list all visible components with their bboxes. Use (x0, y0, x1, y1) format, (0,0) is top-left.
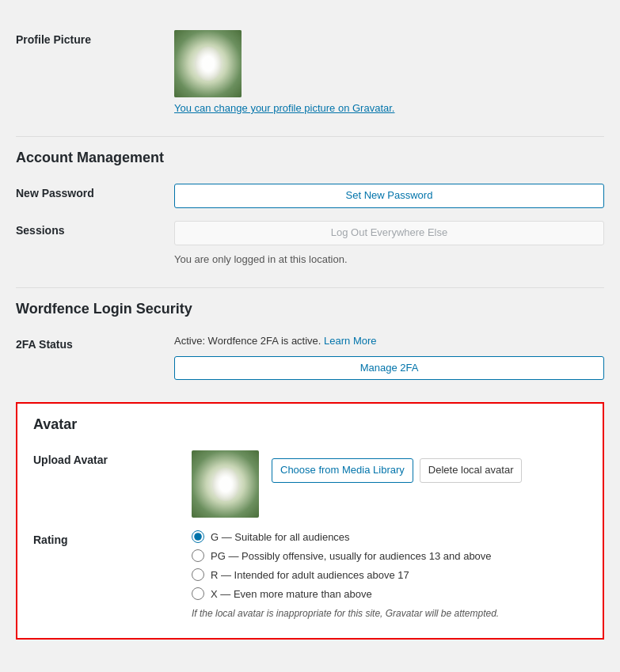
manage-2fa-button[interactable]: Manage 2FA (174, 356, 604, 381)
profile-picture-image (174, 30, 242, 97)
logout-everywhere-button[interactable]: Log Out Everywhere Else (174, 221, 604, 245)
avatar-action-buttons: Choose from Media Library Delete local a… (272, 450, 522, 483)
page-container: Profile Picture You can change your prof… (0, 16, 620, 640)
rating-g-label: G — Suitable for all audiences (211, 531, 350, 543)
new-password-content: Set New Password (174, 184, 604, 208)
rating-options: G — Suitable for all audiences PG — Poss… (192, 530, 587, 600)
twofa-row: 2FA Status Active: Wordfence 2FA is acti… (16, 328, 604, 387)
dandelion-image (174, 30, 242, 97)
rating-r-label: R — Intended for adult audiences above 1… (211, 569, 409, 581)
rating-g-radio[interactable] (192, 530, 204, 543)
rating-r-radio[interactable] (192, 568, 204, 581)
rating-pg-item: PG — Possibly offensive, usually for aud… (192, 549, 587, 562)
profile-picture-row: Profile Picture You can change your prof… (16, 24, 604, 120)
upload-avatar-content: Choose from Media Library Delete local a… (192, 450, 587, 518)
rating-note: If the local avatar is inappropriate for… (192, 608, 587, 619)
set-new-password-button[interactable]: Set New Password (174, 184, 604, 208)
sessions-row: Sessions Log Out Everywhere Else You are… (16, 215, 604, 271)
sessions-content: Log Out Everywhere Else You are only log… (174, 221, 604, 265)
rating-label: Rating (33, 530, 176, 546)
avatar-title: Avatar (33, 416, 587, 433)
avatar-dandelion-image (192, 450, 259, 518)
avatar-buttons-row: Choose from Media Library Delete local a… (272, 458, 522, 483)
account-management-title: Account Management (16, 136, 604, 166)
sessions-note: You are only logged in at this location. (174, 253, 604, 265)
upload-avatar-row: Upload Avatar Choose from Media Library … (33, 444, 587, 524)
rating-g-item: G — Suitable for all audiences (192, 530, 587, 543)
profile-picture-label: Profile Picture (16, 30, 158, 46)
rating-x-item: X — Even more mature than above (192, 587, 587, 600)
rating-pg-label: PG — Possibly offensive, usually for aud… (211, 550, 492, 562)
upload-avatar-label: Upload Avatar (33, 450, 176, 466)
new-password-row: New Password Set New Password (16, 177, 604, 215)
twofa-status-text: Active: Wordfence 2FA is active. Learn M… (174, 335, 604, 347)
sessions-label: Sessions (16, 221, 158, 237)
delete-local-avatar-button[interactable]: Delete local avatar (420, 458, 523, 483)
avatar-image (192, 450, 259, 518)
rating-x-radio[interactable] (192, 587, 204, 600)
rating-x-label: X — Even more mature than above (211, 588, 372, 600)
twofa-active-text: Active: Wordfence 2FA is active. (174, 335, 321, 347)
profile-picture-content: You can change your profile picture on G… (174, 30, 604, 114)
rating-pg-radio[interactable] (192, 549, 204, 562)
new-password-label: New Password (16, 184, 158, 199)
rating-row: Rating G — Suitable for all audiences PG… (33, 524, 587, 625)
rating-content: G — Suitable for all audiences PG — Poss… (192, 530, 587, 619)
avatar-image-wrapper: Choose from Media Library Delete local a… (192, 450, 587, 518)
twofa-learn-more-link[interactable]: Learn More (324, 335, 376, 347)
choose-from-media-library-button[interactable]: Choose from Media Library (272, 458, 413, 483)
rating-r-item: R — Intended for adult audiences above 1… (192, 568, 587, 581)
account-management-section: Account Management New Password Set New … (16, 128, 604, 279)
wordfence-section: Wordfence Login Security 2FA Status Acti… (16, 279, 604, 395)
wordfence-title: Wordfence Login Security (16, 287, 604, 317)
twofa-label: 2FA Status (16, 335, 158, 351)
gravatar-link[interactable]: You can change your profile picture on G… (174, 102, 604, 114)
twofa-content: Active: Wordfence 2FA is active. Learn M… (174, 335, 604, 381)
avatar-section: Avatar Upload Avatar Choose from Media L… (16, 402, 604, 640)
profile-picture-section: Profile Picture You can change your prof… (16, 16, 604, 128)
